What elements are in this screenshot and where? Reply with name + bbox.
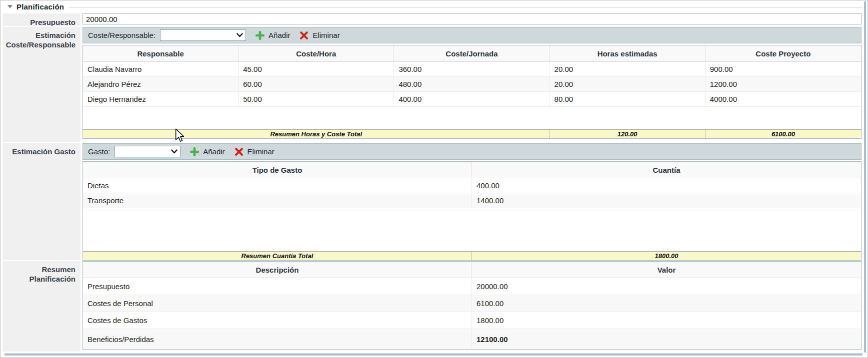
budget-input[interactable]: [82, 13, 862, 24]
cost-section-label: Estimación Coste/Responsable: [2, 26, 80, 142]
expense-add-label: Añadir: [203, 147, 224, 156]
summary-section-row: Resumen Planificación Descripción Valor …: [2, 260, 862, 352]
summary-section-content: Descripción Valor Presupuesto 20000.00 C…: [80, 260, 862, 352]
expense-remove-label: Eliminar: [248, 147, 274, 156]
cell-coste-hora: 60.00: [238, 77, 394, 92]
planning-form: Presupuesto Estimación Coste/Responsable…: [2, 12, 862, 352]
cell-responsable: Alejandro Pérez: [83, 77, 238, 92]
x-icon: [300, 31, 308, 40]
summary-label: Resumen Cuantía Total: [83, 252, 472, 260]
cost-responsable-select[interactable]: [160, 29, 246, 41]
section-title: Planificación: [16, 2, 64, 11]
cost-remove-button[interactable]: Eliminar: [300, 31, 340, 40]
x-icon: [234, 147, 244, 156]
cell-tipo-gasto: Dietas: [83, 178, 472, 193]
cost-table-row[interactable]: Claudia Navarro 45.00 360.00 20.00 900.0…: [83, 62, 861, 77]
chevron-down-icon: [236, 33, 243, 37]
cell-coste-jornada: 480.00: [394, 77, 550, 92]
header-rule: [69, 7, 862, 7]
col-header-descripcion: Descripción: [83, 262, 472, 278]
cell-descripcion: Presupuesto: [83, 278, 472, 295]
planificacion-panel: Planificación Presupuesto Estimación Cos…: [0, 0, 868, 358]
cell-coste-proyecto: 4000.00: [706, 92, 861, 107]
cell-descripcion: Costes de Personal: [83, 295, 472, 312]
cell-responsable: Diego Hernandez: [83, 92, 238, 107]
cost-table-empty-area: [83, 107, 861, 129]
expense-section-content: Gasto: Añadir Eliminar: [80, 142, 862, 260]
col-header-valor: Valor: [472, 262, 861, 278]
budget-field-wrap: [80, 12, 862, 26]
col-header-coste-proyecto: Coste Proyecto: [706, 45, 861, 61]
expense-select-label: Gasto:: [88, 147, 110, 156]
summary-total: 1800.00: [472, 252, 861, 260]
summary-cost-total: 6100.00: [706, 130, 861, 138]
cell-horas: 20.00: [550, 62, 706, 77]
collapse-triangle-icon[interactable]: [8, 5, 12, 8]
gasto-select[interactable]: [114, 146, 180, 157]
expense-add-button[interactable]: Añadir: [190, 147, 224, 156]
col-header-cuantia: Cuantía: [472, 162, 861, 178]
cell-valor: 6100.00: [472, 295, 861, 312]
cost-table-row[interactable]: Diego Hernandez 50.00 400.00 80.00 4000.…: [83, 92, 861, 107]
cell-cuantia: 1400.00: [472, 193, 861, 208]
cell-coste-proyecto: 900.00: [706, 62, 861, 77]
cost-toolbar: Coste/Responsable: Añadir Eliminar: [82, 27, 862, 43]
expense-toolbar: Gasto: Añadir Eliminar: [82, 143, 862, 160]
chevron-down-icon: [171, 149, 178, 154]
bottom-frame-bar: [4, 354, 862, 356]
col-header-responsable: Responsable: [83, 45, 238, 61]
cost-table-row[interactable]: Alejandro Pérez 60.00 480.00 20.00 1200.…: [83, 77, 861, 92]
cost-section-label-line2: Coste/Responsable: [4, 40, 76, 49]
cell-coste-jornada: 360.00: [394, 62, 550, 77]
summary-table-header: Descripción Valor: [83, 262, 861, 278]
cost-table-header: Responsable Coste/Hora Coste/Jornada Hor…: [83, 45, 861, 62]
col-header-horas-estimadas: Horas estimadas: [550, 45, 706, 61]
col-header-tipo-gasto: Tipo de Gasto: [83, 162, 472, 178]
summary-table-row[interactable]: Costes de Gastos 1800.00: [83, 312, 861, 329]
cell-descripcion: Beneficios/Perdidas: [83, 329, 472, 350]
summary-section-label-line2: Planificación: [4, 274, 76, 284]
expense-table-row[interactable]: Transporte 1400.00: [83, 193, 861, 208]
cell-valor: 20000.00: [472, 278, 861, 295]
budget-row: Presupuesto: [2, 12, 862, 26]
summary-table-row[interactable]: Presupuesto 20000.00: [83, 278, 861, 295]
cost-section-label-line1: Estimación: [4, 30, 76, 40]
summary-table-row[interactable]: Beneficios/Perdidas 12100.00: [83, 329, 861, 350]
expense-table-summary-row: Resumen Cuantía Total 1800.00: [83, 251, 861, 260]
expense-remove-button[interactable]: Eliminar: [234, 147, 274, 156]
cost-section-row: Estimación Coste/Responsable Coste/Respo…: [2, 26, 862, 142]
cost-select-label: Coste/Responsable:: [88, 31, 156, 39]
expense-table-empty-area: [83, 208, 861, 251]
summary-section-label: Resumen Planificación: [2, 260, 80, 352]
cell-responsable: Claudia Navarro: [83, 62, 238, 77]
summary-hours-total: 120.00: [550, 130, 706, 138]
plus-icon: [190, 147, 199, 156]
cell-horas: 80.00: [550, 92, 706, 107]
col-header-coste-jornada: Coste/Jornada: [394, 45, 550, 61]
cell-tipo-gasto: Transporte: [83, 193, 472, 208]
summary-label: Resumen Horas y Coste Total: [83, 130, 550, 138]
section-header: Planificación: [2, 0, 862, 12]
plus-icon: [256, 31, 264, 40]
cost-section-content: Coste/Responsable: Añadir Eliminar: [80, 26, 862, 142]
summary-table: Descripción Valor Presupuesto 20000.00 C…: [82, 261, 862, 350]
cell-coste-hora: 50.00: [238, 92, 394, 107]
cost-add-label: Añadir: [268, 31, 290, 39]
cost-add-button[interactable]: Añadir: [256, 31, 290, 40]
cell-cuantia: 400.00: [472, 178, 861, 193]
cost-remove-label: Eliminar: [312, 31, 340, 39]
cost-table-summary-row: Resumen Horas y Coste Total 120.00 6100.…: [83, 129, 861, 138]
budget-label: Presupuesto: [2, 12, 80, 26]
cell-descripcion: Costes de Gastos: [83, 312, 472, 329]
cell-coste-jornada: 400.00: [394, 92, 550, 107]
cell-horas: 20.00: [550, 77, 706, 92]
cell-coste-hora: 45.00: [238, 62, 394, 77]
cell-valor-beneficios: 12100.00: [472, 329, 861, 350]
summary-section-label-line1: Resumen: [4, 265, 76, 274]
summary-table-row[interactable]: Costes de Personal 6100.00: [83, 295, 861, 312]
expense-section-label: Estimación Gasto: [2, 142, 80, 260]
expense-section-row: Estimación Gasto Gasto: Añadir Eliminar: [2, 142, 862, 260]
expense-table-row[interactable]: Dietas 400.00: [83, 178, 861, 193]
expense-table-header: Tipo de Gasto Cuantía: [83, 162, 861, 178]
expense-table: Tipo de Gasto Cuantía Dietas 400.00 Tran…: [82, 161, 862, 261]
